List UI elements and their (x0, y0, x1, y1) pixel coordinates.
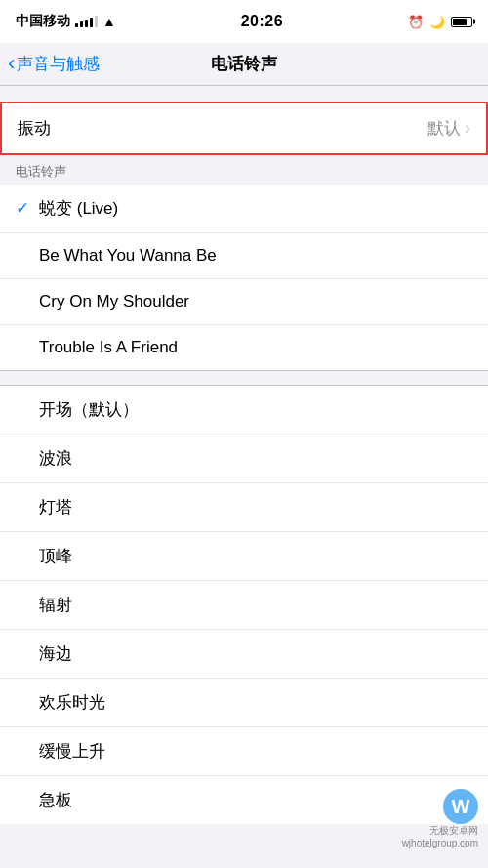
back-button[interactable]: ‹ 声音与触感 (8, 53, 100, 75)
list-item[interactable]: 欢乐时光 (0, 679, 488, 727)
back-chevron-icon: ‹ (8, 53, 15, 74)
default-ringtones-list: 开场（默认） 波浪 灯塔 顶峰 辐射 海边 欢乐时光 缓慢上升 (0, 386, 488, 824)
ringtone-section-label: 电话铃声 (0, 155, 488, 185)
ringtone-name: 顶峰 (39, 545, 472, 567)
watermark-site-name: 无极安卓网 (429, 824, 478, 838)
signal-icon (75, 16, 98, 27)
status-left: 中国移动 ▲ (16, 13, 116, 30)
vibration-label: 振动 (18, 117, 51, 140)
list-item[interactable]: 开场（默认） (0, 386, 488, 434)
list-item[interactable]: ✓ 蜕变 (Live) (0, 185, 488, 233)
status-right: ⏰ 🌙 (408, 15, 472, 29)
ringtone-name: 辐射 (39, 594, 472, 616)
vibration-section: 振动 默认 › (0, 102, 488, 155)
battery-icon (451, 17, 472, 27)
list-item[interactable]: 顶峰 (0, 532, 488, 581)
vibration-value: 默认 (427, 117, 461, 140)
ringtone-name: Cry On My Shoulder (39, 292, 472, 311)
list-item[interactable]: 缓慢上升 (0, 727, 488, 776)
list-item[interactable]: 辐射 (0, 581, 488, 630)
do-not-disturb-icon: 🌙 (429, 15, 445, 29)
ringtone-name: 缓慢上升 (39, 740, 472, 763)
list-item[interactable]: 波浪 (0, 434, 488, 483)
custom-ringtones-list: ✓ 蜕变 (Live) Be What You Wanna Be Cry On … (0, 185, 488, 370)
ringtone-name: 波浪 (39, 447, 472, 470)
ringtone-name: 欢乐时光 (39, 691, 472, 714)
checkmark-icon: ✓ (16, 198, 39, 219)
ringtone-name: 海边 (39, 642, 472, 665)
vibration-chevron-icon: › (465, 118, 470, 139)
list-item[interactable]: Cry On My Shoulder (0, 279, 488, 325)
nav-bar: ‹ 声音与触感 电话铃声 (0, 43, 488, 86)
ringtone-name: 开场（默认） (39, 398, 472, 421)
list-item[interactable]: 海边 (0, 630, 488, 679)
ringtone-name: Trouble Is A Friend (39, 338, 472, 357)
wifi-icon: ▲ (102, 14, 116, 29)
list-item[interactable]: Be What You Wanna Be (0, 233, 488, 279)
vibration-row[interactable]: 振动 默认 › (0, 102, 488, 155)
vibration-right: 默认 › (427, 117, 470, 140)
ringtone-name: Be What You Wanna Be (39, 246, 472, 266)
ringtone-name: 灯塔 (39, 496, 472, 518)
carrier-label: 中国移动 (16, 13, 70, 30)
watermark-logo: W (443, 789, 478, 824)
section-separator (0, 370, 488, 386)
list-item[interactable]: Trouble Is A Friend (0, 325, 488, 370)
page-title: 电话铃声 (211, 53, 277, 75)
status-bar: 中国移动 ▲ 20:26 ⏰ 🌙 (0, 0, 488, 43)
back-label: 声音与触感 (17, 53, 100, 75)
watermark-site-url: wjhotelgroup.com (402, 838, 478, 848)
alarm-icon: ⏰ (408, 15, 424, 29)
ringtone-name: 蜕变 (Live) (39, 197, 472, 220)
list-item[interactable]: 灯塔 (0, 483, 488, 532)
content-area: 振动 默认 › 电话铃声 ✓ 蜕变 (Live) Be What You Wan… (0, 102, 488, 824)
watermark: W 无极安卓网 wjhotelgroup.com (402, 789, 478, 848)
status-time: 20:26 (241, 13, 283, 30)
